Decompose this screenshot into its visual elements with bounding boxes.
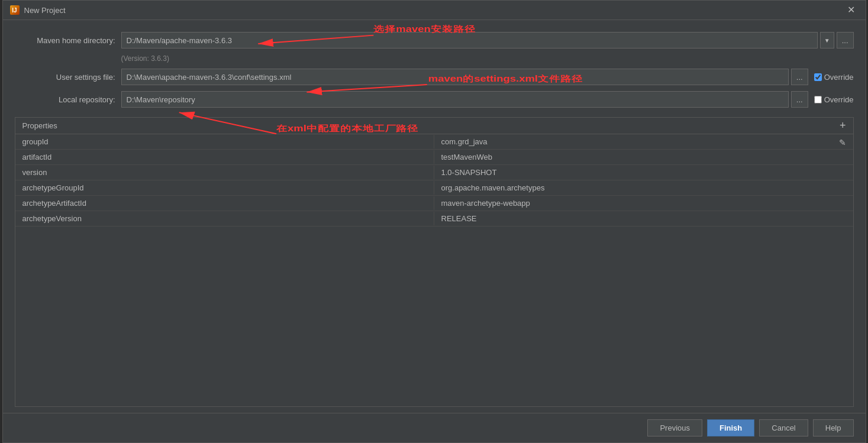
help-button[interactable]: Help [813,419,854,436]
prop-key-artifactid: artifactId [15,150,434,164]
previous-button[interactable]: Previous [647,419,702,436]
local-repo-override-checkbox[interactable] [814,96,822,104]
prop-key-archetypeartifactid: archetypeArtifactId [15,196,434,210]
local-repo-browse-btn[interactable]: ... [791,91,808,108]
maven-home-input-group: ▼ ... [121,32,854,48]
prop-key-groupid: groupId [15,135,434,148]
local-repo-input[interactable] [121,91,789,108]
maven-home-browse-btn[interactable]: ... [837,32,854,48]
local-repo-input-group: ... [121,91,808,108]
edit-property-button[interactable]: ✎ [837,135,848,150]
title-bar-left: IJ New Project [10,5,66,15]
prop-value-groupid: com.grd_java [434,135,853,148]
local-repo-row: Local repository: ... Override [15,91,854,108]
maven-home-dropdown-btn[interactable]: ▼ [820,32,834,48]
user-settings-browse-btn[interactable]: ... [791,69,808,85]
close-button[interactable]: ✕ [844,4,859,16]
user-settings-override-checkbox[interactable] [814,73,822,81]
properties-header: Properties + ✎ [15,118,853,134]
table-row: archetypeVersion RELEASE [15,211,853,227]
properties-area: Properties + ✎ groupId com.grd_java arti… [15,117,854,407]
maven-home-label: Maven home directory: [15,36,115,45]
properties-table: groupId com.grd_java artifactId testMave… [15,134,853,406]
cancel-button[interactable]: Cancel [759,419,808,436]
user-settings-label: User settings file: [15,73,115,82]
version-text: (Version: 3.6.3) [121,54,854,63]
user-settings-row: User settings file: ... Override [15,69,854,85]
table-row: artifactId testMavenWeb [15,150,853,165]
title-bar: IJ New Project ✕ [3,1,866,20]
dialog-title: New Project [24,6,66,15]
table-row: archetypeGroupId org.apache.maven.archet… [15,180,853,196]
prop-key-archetypegroupid: archetypeGroupId [15,181,434,195]
dialog-footer: Previous Finish Cancel Help [3,413,866,442]
main-area: Maven home directory: ▼ ... (Version: 3.… [15,32,854,407]
table-row: archetypeArtifactId maven-archetype-weba… [15,196,853,211]
prop-key-version: version [15,166,434,179]
user-settings-input[interactable] [121,69,789,85]
dialog-content: Maven home directory: ▼ ... (Version: 3.… [3,20,866,413]
app-icon: IJ [10,5,20,15]
local-repo-override-text: Override [824,95,854,104]
properties-title: Properties [22,121,57,130]
local-repo-override-label: Override [814,95,854,104]
add-property-button[interactable]: + [837,118,848,133]
user-settings-override-text: Override [824,73,854,82]
table-row: version 1.0-SNAPSHOT [15,165,853,180]
prop-value-archetypegroupid: org.apache.maven.archetypes [434,181,853,195]
user-settings-input-group: ... [121,69,808,85]
user-settings-override-label: Override [814,73,854,82]
prop-value-archetypeartifactid: maven-archetype-webapp [434,196,853,210]
prop-value-artifactid: testMavenWeb [434,150,853,164]
new-project-dialog: IJ New Project ✕ Maven home directory: ▼… [2,0,866,443]
prop-key-archetypeversion: archetypeVersion [15,212,434,225]
maven-home-input[interactable] [121,32,818,48]
local-repo-label: Local repository: [15,95,115,104]
prop-value-archetypeversion: RELEASE [434,212,853,225]
table-row: groupId com.grd_java [15,134,853,150]
maven-home-row: Maven home directory: ▼ ... [15,32,854,48]
prop-value-version: 1.0-SNAPSHOT [434,166,853,179]
finish-button[interactable]: Finish [707,419,754,436]
